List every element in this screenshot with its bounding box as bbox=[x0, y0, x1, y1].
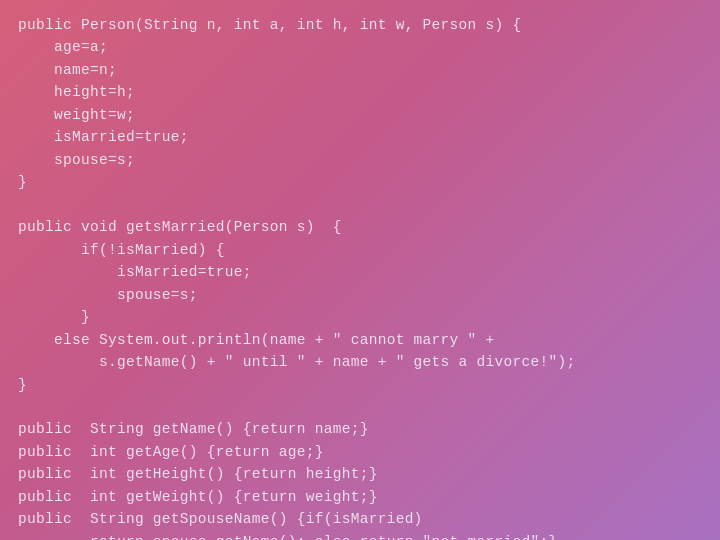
code-display: public Person(String n, int a, int h, in… bbox=[8, 8, 712, 532]
